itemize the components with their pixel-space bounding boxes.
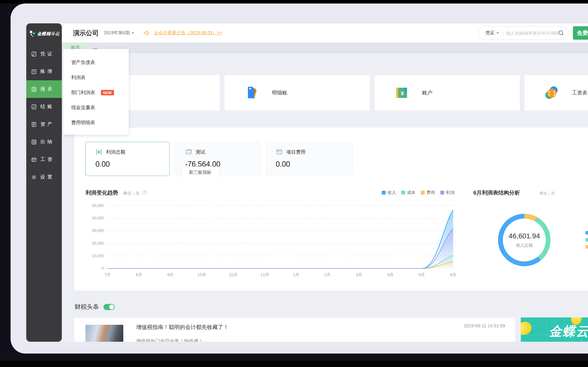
trend-area-chart: 010,00020,00030,00040,00050,0007月8月9月10月…	[87, 202, 459, 282]
sidebar-item-salary[interactable]: 工资	[26, 151, 62, 168]
trend-chart-unit: 单位：元	[123, 190, 140, 196]
quick-card-detail-ledger[interactable]: 明细账	[225, 75, 370, 110]
sidebar: 金蝶精斗云 凭证 账簿 报表 结账	[26, 23, 62, 342]
logo-text: 金蝶精斗云	[37, 31, 60, 37]
legend-item-成本[interactable]: 成本	[401, 190, 415, 195]
news-section-header: 财税头条	[75, 303, 115, 311]
new-badge: NEW	[101, 90, 114, 95]
scan-icon	[543, 84, 560, 101]
announcement-speaker-icon	[143, 30, 150, 36]
news-toggle[interactable]	[103, 304, 115, 310]
test-metric-icon	[185, 148, 192, 156]
menu-item-cash-flow[interactable]: 现金流量表	[63, 100, 129, 115]
app-logo: 金蝶精斗云	[26, 23, 62, 38]
donut-legend-swatch	[585, 231, 588, 235]
page-tabbar: 首页 —	[62, 43, 588, 53]
legend-item-费用[interactable]: 费用	[421, 190, 435, 195]
svg-text:3月: 3月	[356, 272, 362, 277]
project-expense-icon	[276, 148, 283, 156]
sidebar-item-settings[interactable]: 设置	[26, 168, 62, 186]
donut-legend-swatch	[585, 238, 588, 242]
salary-icon	[31, 157, 37, 163]
stat-card-profit-total[interactable]: ¥ 利润总额 0.00	[86, 142, 170, 176]
donut-legend	[585, 231, 588, 249]
menu-item-expense-detail[interactable]: 费用明细表	[63, 115, 129, 130]
quick-card-payroll[interactable]: 工资表	[525, 75, 588, 110]
donut-center-value: 46,601.94	[509, 232, 540, 240]
income-structure-donut: 46,601.94 收入总额	[498, 214, 551, 266]
quick-cards-row: 明细账 ¥ 账户	[62, 75, 588, 110]
legend-swatch	[421, 191, 425, 195]
legend-item-利润[interactable]: 利润	[440, 190, 454, 195]
news-section-title: 财税头条	[75, 303, 99, 311]
svg-text:20,000: 20,000	[92, 241, 104, 246]
svg-text:0: 0	[102, 266, 104, 271]
svg-text:7月: 7月	[104, 272, 111, 277]
toggle-knob	[109, 305, 114, 309]
tab-new-third-board[interactable]: 新三板指标	[181, 166, 219, 178]
menu-item-income-statement[interactable]: 利润表	[63, 70, 129, 85]
legend-swatch	[401, 191, 405, 195]
stat-value: 0.00	[95, 160, 169, 169]
svg-text:1月: 1月	[293, 272, 299, 277]
lemon-decoration	[521, 319, 534, 337]
sidebar-item-report[interactable]: 报表	[26, 80, 62, 98]
search-icon[interactable]	[558, 30, 564, 36]
menu-item-dept-income-statement[interactable]: 部门利润表NEW	[63, 85, 129, 100]
closing-icon	[31, 104, 37, 110]
search-category-select[interactable]: 凭证	[486, 30, 494, 36]
svg-text:2月: 2月	[324, 272, 331, 277]
news-thumbnail[interactable]	[86, 325, 123, 342]
sidebar-item-closing[interactable]: 结账	[26, 98, 62, 116]
svg-text:5月: 5月	[419, 272, 425, 277]
period-selector[interactable]: 2019年第6期	[104, 30, 134, 36]
quick-card-accounts[interactable]: ¥ 账户	[375, 75, 520, 110]
main-content: 明细账 ¥ 账户	[62, 53, 588, 342]
app-screenshot: 金蝶精斗云 凭证 账簿 报表 结账	[0, 0, 588, 367]
help-icon[interactable]: ?	[142, 190, 147, 195]
donut-legend-swatch	[585, 245, 588, 249]
promo-banner-text: 金蝶云	[549, 323, 588, 340]
menu-item-balance-sheet[interactable]: 资产负债表	[63, 55, 129, 70]
pie-chart-unit: 单位：元	[539, 191, 555, 196]
cashier-icon	[31, 139, 37, 145]
company-name: 演示公司	[73, 29, 99, 37]
free-trial-button[interactable]: 免费试用	[573, 26, 588, 40]
chevron-down-icon[interactable]	[496, 32, 499, 34]
stat-value: 0.00	[276, 160, 352, 169]
sidebar-item-voucher[interactable]: 凭证	[26, 45, 62, 63]
svg-text:6月: 6月	[450, 272, 456, 277]
news-panel: 增值税指南！聪明的会计都先收藏了！ 增值税热门内容合集！快收藏！ 2019-09…	[74, 318, 515, 342]
svg-text:4月: 4月	[387, 272, 394, 277]
logo-icon	[29, 30, 37, 38]
topbar: 演示公司 2019年第6期 云会计更新公告（2019.09.03）>> 凭证 免…	[62, 23, 588, 43]
svg-text:10月: 10月	[198, 272, 206, 277]
report-icon	[31, 86, 37, 92]
donut-center-label: 收入总额	[516, 243, 533, 248]
profit-total-icon: ¥	[95, 148, 102, 156]
ledger-icon	[31, 69, 37, 75]
svg-text:30,000: 30,000	[92, 228, 104, 233]
asset-icon	[31, 122, 37, 127]
promo-banner[interactable]: 金蝶云	[521, 317, 588, 342]
search-input[interactable]	[506, 31, 558, 36]
announcement-link[interactable]: 云会计更新公告（2019.09.03）>>	[154, 30, 222, 36]
svg-text:50,000: 50,000	[92, 203, 104, 208]
svg-text:9月: 9月	[167, 272, 174, 277]
svg-text:40,000: 40,000	[92, 216, 104, 220]
sidebar-item-ledger[interactable]: 账簿	[26, 63, 62, 80]
svg-text:¥: ¥	[401, 91, 404, 97]
legend-swatch	[440, 191, 444, 195]
svg-text:11月: 11月	[229, 272, 238, 277]
tags-icon	[243, 84, 260, 101]
stat-card-project-expense[interactable]: 项目费用 0.00	[266, 142, 353, 176]
sidebar-item-cashier[interactable]: 出纳	[26, 133, 62, 151]
news-item-title[interactable]: 增值税指南！聪明的会计都先收藏了！	[136, 323, 229, 331]
donut-center: 46,601.94 收入总额	[503, 219, 546, 261]
voucher-icon	[31, 51, 37, 57]
sidebar-item-asset[interactable]: 资产	[26, 116, 62, 133]
report-dropdown-menu: 资产负债表 利润表 部门利润表NEW 现金流量表 费用明细表	[63, 49, 129, 135]
trend-legend: 收入成本费用利润	[382, 190, 454, 195]
legend-item-收入[interactable]: 收入	[382, 190, 396, 195]
news-item-subtitle: 增值税热门内容合集！快收藏！	[136, 338, 203, 342]
